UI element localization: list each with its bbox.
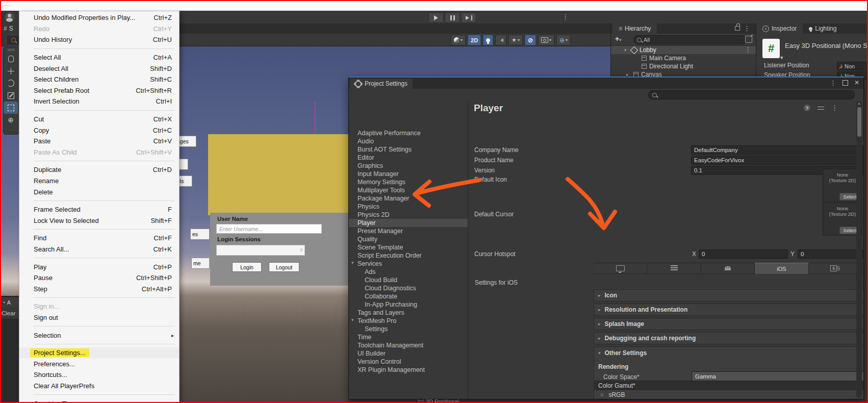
window-kebab-icon[interactable]: ⋮ (830, 80, 836, 86)
settings-category-item[interactable]: Scene Template (349, 243, 468, 251)
color-gamut-item[interactable]: = sRGB (594, 390, 863, 399)
maximize-icon[interactable] (843, 80, 848, 86)
settings-category-item[interactable]: Time (349, 333, 468, 341)
2d-toggle-button[interactable]: 2D (468, 35, 481, 45)
menu-item[interactable]: Rename (19, 175, 179, 187)
hierarchy-item[interactable]: ▾ Lobby ⋮ (611, 46, 756, 54)
drag-handle-icon[interactable]: = (600, 392, 603, 398)
toolbar-kebab-icon[interactable]: ⋮ (562, 13, 569, 20)
settings-scrollbar[interactable]: ▲ (856, 101, 862, 398)
login-sessions-dropdown[interactable] (216, 245, 305, 256)
transform-tool-button[interactable]: ⊕ (4, 114, 18, 126)
window-titlebar[interactable]: Project Settings ⋮ ✕ (349, 78, 863, 89)
account-avatar[interactable] (5, 12, 14, 22)
menu-item[interactable]: Selection (19, 330, 179, 341)
scene-camera-button[interactable]: ▾ (538, 35, 554, 45)
menubar-item[interactable] (20, 5, 30, 6)
scene-ui-button-cut[interactable]: me (191, 258, 210, 269)
hand-tool-button[interactable] (4, 53, 18, 65)
menu-item[interactable]: Play Ctrl+P (19, 261, 179, 272)
settings-category-item[interactable]: Graphics (349, 162, 468, 170)
step-button[interactable] (461, 12, 476, 23)
settings-category-item[interactable]: Physics (349, 203, 468, 211)
menu-item[interactable]: Select Children Shift+C (19, 74, 179, 85)
cursor-hotspot-y-field[interactable]: 0 (798, 249, 863, 259)
preset-icon[interactable] (818, 106, 824, 111)
menubar-item[interactable] (85, 5, 94, 6)
foldout-other-settings[interactable]: ▾ Other Settings (598, 349, 647, 357)
close-icon[interactable]: ✕ (854, 79, 859, 86)
gizmo-button[interactable]: ⊕▾ (556, 35, 571, 45)
settings-category-item[interactable]: TextMesh Pro (349, 317, 468, 325)
console-clear-button[interactable]: Clear (0, 308, 19, 319)
menu-item[interactable]: Clear All PlayerPrefs (19, 381, 179, 392)
foldout-icon[interactable]: ▸ Icon (594, 289, 863, 301)
pause-button[interactable] (445, 12, 460, 23)
menubar-item[interactable] (66, 5, 75, 6)
settings-category-item[interactable]: Quality (349, 235, 468, 243)
settings-category-item[interactable]: UI Builder (349, 349, 468, 358)
scene-ui-button-cut[interactable]: es (190, 229, 210, 240)
menu-item[interactable]: Project Settings... (19, 347, 179, 359)
foldout-resolution[interactable]: ▸ Resolution and Presentation (594, 304, 863, 316)
tab-inspector[interactable]: i Inspector (756, 23, 803, 34)
menubar-item[interactable] (11, 5, 20, 6)
platform-tab[interactable]: 5 iOS (755, 263, 808, 274)
menu-item[interactable]: Sign out (19, 312, 179, 323)
content-kebab-icon[interactable]: ⋮ (831, 105, 838, 111)
scroll-up-icon[interactable]: ▲ (857, 102, 861, 105)
settings-category-item[interactable]: Cloud Diagnostics (349, 284, 468, 292)
menu-item[interactable]: Redo Ctrl+Y (19, 23, 179, 35)
menu-item[interactable]: Select All Ctrl+A (19, 52, 179, 63)
settings-category-item[interactable]: Player (349, 219, 468, 227)
hidden-objects-button[interactable]: ⊘ (525, 35, 536, 45)
play-button[interactable] (428, 12, 444, 23)
overlay-drag-handle[interactable] (4, 47, 19, 53)
item-kebab-icon[interactable]: ⋮ (745, 46, 751, 53)
settings-category-item[interactable]: Audio (349, 137, 468, 145)
menu-item[interactable]: Graphics Tier (19, 398, 179, 403)
menubar-item[interactable] (75, 5, 85, 6)
menubar-item[interactable] (57, 5, 66, 6)
scene-search-button[interactable] (6, 35, 20, 45)
menu-item[interactable]: Shortcuts... (19, 369, 179, 381)
menubar-item[interactable] (48, 5, 57, 6)
picker-icon[interactable] (745, 36, 752, 43)
menu-item[interactable]: Preferences... (19, 358, 179, 369)
rotate-tool-button[interactable] (4, 77, 18, 89)
platform-tab[interactable]: 5 (647, 263, 701, 274)
project-settings-tab[interactable]: Project Settings (350, 79, 413, 89)
settings-category-item[interactable]: Physics 2D (349, 211, 468, 219)
settings-category-item[interactable]: Toolchain Management (349, 341, 468, 349)
add-gameobject-button[interactable]: +▾ (615, 35, 621, 43)
help-icon[interactable]: ? (804, 105, 810, 111)
hierarchy-kebab-icon[interactable]: ⋮ (744, 25, 750, 32)
menu-item[interactable]: Step Ctrl+Alt+P (19, 283, 179, 294)
menubar-item[interactable] (2, 5, 11, 6)
scale-tool-button[interactable] (4, 89, 18, 102)
settings-category-item[interactable]: Ads (349, 268, 468, 276)
menu-item[interactable]: Frame Selected F (19, 204, 179, 215)
product-name-field[interactable]: EasyCodeForVivox (691, 156, 863, 165)
settings-category-item[interactable]: Multiplayer Tools (349, 186, 468, 194)
menu-item[interactable]: Sign in... (19, 301, 179, 312)
menu-item[interactable]: Paste Ctrl+V (19, 136, 179, 147)
platform-tab[interactable]: 5 5 (809, 263, 862, 274)
menu-item[interactable]: Delete (19, 186, 179, 197)
move-tool-button[interactable] (4, 65, 18, 77)
menubar-item[interactable] (39, 5, 48, 6)
settings-category-item[interactable]: Package Manager (349, 194, 468, 203)
settings-category-item[interactable]: Memory Settings (349, 178, 468, 186)
hierarchy-search-input[interactable]: All (633, 35, 746, 44)
settings-category-item[interactable]: Settings (349, 325, 468, 333)
menubar-item[interactable] (30, 5, 39, 6)
cursor-hotspot-x-field[interactable]: 0 (699, 249, 788, 259)
menu-item[interactable]: Paste As Child Ctrl+Shift+V (19, 147, 179, 158)
settings-category-item[interactable]: Script Execution Order (349, 251, 468, 260)
scrollbar-thumb[interactable] (857, 107, 861, 137)
effects-button[interactable]: ★▾ (508, 35, 523, 45)
company-name-field[interactable]: DefaultCompany (691, 145, 863, 155)
settings-category-item[interactable]: Adaptive Performance (349, 129, 468, 137)
settings-category-item[interactable]: Tags and Layers (349, 309, 468, 317)
tab-lighting[interactable]: Lighting (803, 23, 843, 34)
